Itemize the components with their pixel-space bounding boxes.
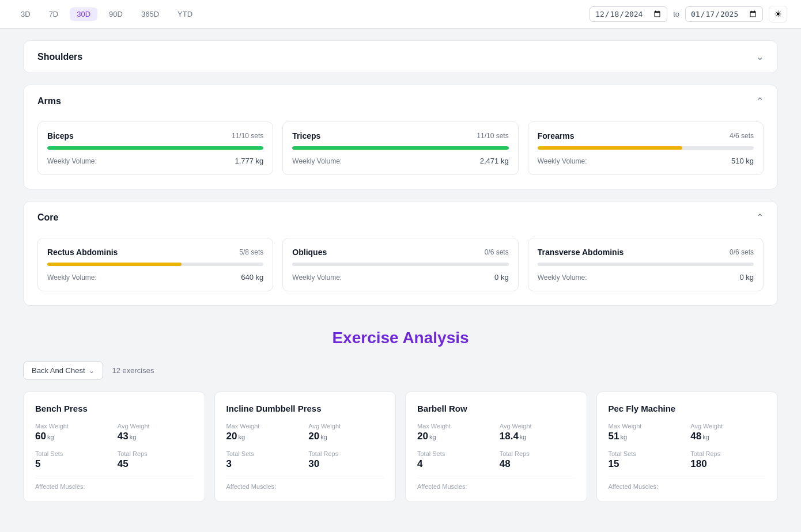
arms-section-header[interactable]: Arms ⌃ <box>24 85 777 117</box>
core-chevron-icon: ⌃ <box>756 212 764 223</box>
top-bar: 3D 7D 30D 90D 365D YTD to ☀ <box>0 0 801 29</box>
biceps-card-header: Biceps 11/10 sets <box>47 131 263 140</box>
rectus-abdominis-volume-row: Weekly Volume: 640 kg <box>47 273 263 282</box>
biceps-volume-row: Weekly Volume: 1,777 kg <box>47 157 263 165</box>
pec-fly-machine-max-weight-val: 51kg <box>609 431 684 442</box>
rectus-abdominis-progress-fill <box>47 263 182 266</box>
transverse-abdominis-sets: 0/6 sets <box>730 248 754 256</box>
forearms-card-header: Forearms 4/6 sets <box>538 131 754 140</box>
incline-dumbbell-press-avg-weight: Avg Weight 20kg <box>308 423 384 442</box>
biceps-progress-bg <box>47 146 263 150</box>
rectus-abdominis-card: Rectus Abdominis 5/8 sets Weekly Volume:… <box>37 238 273 291</box>
tab-3d[interactable]: 3D <box>14 7 37 21</box>
incline-dumbbell-press-affected-label: Affected Muscles: <box>226 478 384 490</box>
pec-fly-machine-name: Pec Fly Machine <box>609 404 766 413</box>
pec-fly-machine-total-sets-val: 15 <box>609 458 684 470</box>
time-tab-group: 3D 7D 30D 90D 365D YTD <box>14 7 199 21</box>
date-from-input[interactable] <box>590 6 667 22</box>
barbell-row-affected-label: Affected Muscles: <box>417 478 575 490</box>
bench-press-avg-weight-val: 43kg <box>118 431 193 442</box>
incline-dumbbell-press-total-sets: Total Sets 3 <box>226 450 302 470</box>
forearms-progress-fill <box>538 146 682 150</box>
barbell-row-total-sets: Total Sets 4 <box>417 450 493 470</box>
biceps-card: Biceps 11/10 sets Weekly Volume: 1,777 k… <box>37 121 273 175</box>
core-section-header[interactable]: Core ⌃ <box>24 202 777 233</box>
barbell-row-name: Barbell Row <box>417 404 575 413</box>
obliques-progress-bg <box>292 263 508 266</box>
core-section: Core ⌃ Rectus Abdominis 5/8 sets Weekly … <box>23 201 778 306</box>
triceps-card-header: Triceps 11/10 sets <box>292 131 508 140</box>
barbell-row-card: Barbell Row Max Weight 20kg Avg Weight 1… <box>405 392 587 502</box>
bench-press-name: Bench Press <box>35 404 193 413</box>
incline-dumbbell-press-total-reps-label: Total Reps <box>308 450 384 457</box>
forearms-sets: 4/6 sets <box>730 132 754 140</box>
incline-dumbbell-press-total-sets-label: Total Sets <box>226 450 302 457</box>
incline-dumbbell-press-total-reps: Total Reps 30 <box>308 450 384 470</box>
forearms-volume-label: Weekly Volume: <box>538 157 587 165</box>
barbell-row-avg-weight-label: Avg Weight <box>500 423 575 430</box>
bench-press-total-sets-val: 5 <box>35 458 111 470</box>
barbell-row-stats-top: Max Weight 20kg Avg Weight 18.4kg <box>417 423 575 442</box>
pec-fly-machine-total-sets-label: Total Sets <box>609 450 684 457</box>
biceps-volume-label: Weekly Volume: <box>47 157 97 165</box>
tab-365d[interactable]: 365D <box>134 7 166 21</box>
bench-press-max-weight: Max Weight 60kg <box>35 423 111 442</box>
exercise-filter-row: Back And Chest ⌄ 12 exercises <box>23 361 778 380</box>
incline-dumbbell-press-stats-bottom: Total Sets 3 Total Reps 30 <box>226 450 384 470</box>
incline-dumbbell-press-max-weight: Max Weight 20kg <box>226 423 302 442</box>
bench-press-total-reps-val: 45 <box>118 458 193 470</box>
rectus-abdominis-volume-val: 640 kg <box>241 273 263 282</box>
rectus-abdominis-name: Rectus Abdominis <box>47 248 118 257</box>
barbell-row-max-weight-label: Max Weight <box>417 423 493 430</box>
pec-fly-machine-card: Pec Fly Machine Max Weight 51kg Avg Weig… <box>596 392 779 502</box>
shoulders-chevron-icon: ⌄ <box>756 51 764 62</box>
rectus-abdominis-volume-label: Weekly Volume: <box>47 273 97 282</box>
bench-press-stats-bottom: Total Sets 5 Total Reps 45 <box>35 450 193 470</box>
pec-fly-machine-total-reps-val: 180 <box>690 458 766 470</box>
shoulders-section-header[interactable]: Shoulders ⌄ <box>24 41 777 73</box>
forearms-card: Forearms 4/6 sets Weekly Volume: 510 kg <box>528 121 764 175</box>
bench-press-total-reps: Total Reps 45 <box>118 450 193 470</box>
arms-chevron-icon: ⌃ <box>756 96 764 107</box>
triceps-volume-val: 2,471 kg <box>480 157 509 165</box>
incline-dumbbell-press-avg-weight-label: Avg Weight <box>308 423 384 430</box>
tab-ytd[interactable]: YTD <box>171 7 199 21</box>
barbell-row-stats-bottom: Total Sets 4 Total Reps 48 <box>417 450 575 470</box>
incline-dumbbell-press-max-weight-label: Max Weight <box>226 423 302 430</box>
rectus-abdominis-sets: 5/8 sets <box>239 248 263 256</box>
tab-30d[interactable]: 30D <box>70 7 97 21</box>
barbell-row-avg-weight: Avg Weight 18.4kg <box>500 423 575 442</box>
forearms-volume-val: 510 kg <box>731 157 754 165</box>
biceps-progress-fill <box>47 146 263 150</box>
barbell-row-total-sets-val: 4 <box>417 458 493 470</box>
obliques-volume-row: Weekly Volume: 0 kg <box>292 273 508 282</box>
exercise-cards-grid: Bench Press Max Weight 60kg Avg Weight 4… <box>23 392 778 502</box>
date-range-controls: to ☀ <box>590 6 787 22</box>
theme-toggle-button[interactable]: ☀ <box>769 6 787 22</box>
bench-press-total-sets: Total Sets 5 <box>35 450 111 470</box>
transverse-abdominis-card: Transverse Abdominis 0/6 sets Weekly Vol… <box>528 238 764 291</box>
pec-fly-machine-avg-weight-label: Avg Weight <box>690 423 766 430</box>
barbell-row-total-reps-val: 48 <box>500 458 575 470</box>
pec-fly-machine-max-weight-label: Max Weight <box>609 423 684 430</box>
tab-90d[interactable]: 90D <box>102 7 130 21</box>
transverse-abdominis-name: Transverse Abdominis <box>538 248 624 257</box>
date-to-input[interactable] <box>685 6 763 22</box>
triceps-progress-fill <box>292 146 508 150</box>
bench-press-affected-label: Affected Muscles: <box>35 478 193 490</box>
tab-7d[interactable]: 7D <box>42 7 66 21</box>
category-dropdown[interactable]: Back And Chest ⌄ <box>23 361 103 380</box>
incline-dumbbell-press-name: Incline Dumbbell Press <box>226 404 384 413</box>
triceps-sets: 11/10 sets <box>477 132 508 140</box>
arms-muscle-grid: Biceps 11/10 sets Weekly Volume: 1,777 k… <box>24 117 777 189</box>
pec-fly-machine-total-reps: Total Reps 180 <box>690 450 766 470</box>
obliques-name: Obliques <box>292 248 327 257</box>
obliques-volume-label: Weekly Volume: <box>292 273 342 282</box>
triceps-volume-label: Weekly Volume: <box>292 157 342 165</box>
incline-dumbbell-press-card: Incline Dumbbell Press Max Weight 20kg A… <box>214 392 396 502</box>
incline-dumbbell-press-total-sets-val: 3 <box>226 458 302 470</box>
core-section-title: Core <box>37 212 58 223</box>
barbell-row-max-weight: Max Weight 20kg <box>417 423 493 442</box>
barbell-row-avg-weight-val: 18.4kg <box>500 431 575 442</box>
bench-press-avg-weight-label: Avg Weight <box>118 423 193 430</box>
